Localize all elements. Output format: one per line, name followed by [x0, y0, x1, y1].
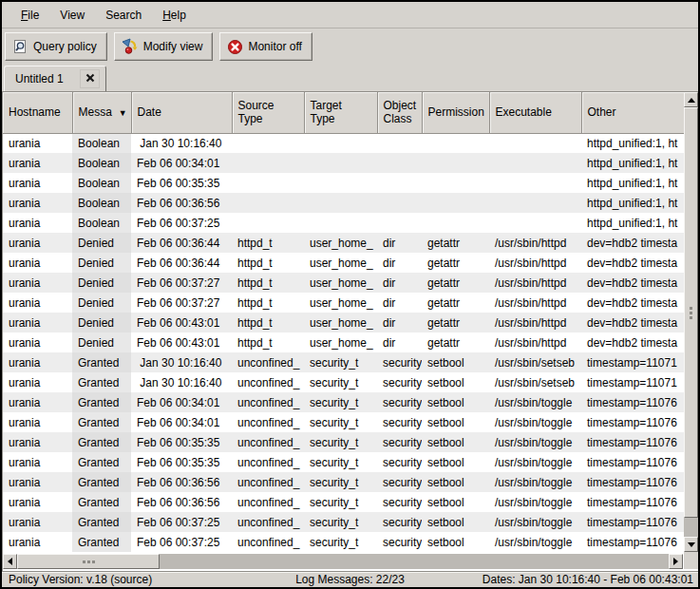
- column-header-object-class[interactable]: Object Class: [377, 92, 422, 133]
- table-cell: urania: [3, 173, 72, 193]
- table-cell: user_home_: [304, 253, 377, 273]
- toolbar: Query policy Modify view: [2, 29, 698, 64]
- column-header-executable[interactable]: Executable: [489, 92, 581, 133]
- table-cell: [232, 193, 304, 213]
- table-cell: Feb 06 00:36:44: [131, 233, 232, 253]
- table-cell: Granted: [72, 372, 131, 392]
- column-header-other[interactable]: Other: [581, 92, 684, 133]
- modify-view-button[interactable]: Modify view: [114, 32, 214, 61]
- table-cell: Denied: [72, 313, 131, 332]
- table-row[interactable]: uraniaGrantedFeb 06 00:34:01unconfined_s…: [3, 392, 684, 412]
- table-row[interactable]: uraniaDeniedFeb 06 00:36:44httpd_tuser_h…: [3, 233, 684, 253]
- table-row[interactable]: uraniaBooleanFeb 06 00:37:25httpd_unifie…: [3, 213, 684, 233]
- table-cell: /usr/sbin/toggle: [489, 532, 581, 552]
- table-cell: [377, 213, 422, 233]
- table-cell: httpd_unified:1, ht: [581, 153, 684, 173]
- scroll-up-button[interactable]: [684, 92, 698, 107]
- table-row[interactable]: uraniaBooleanFeb 06 00:36:56httpd_unifie…: [3, 193, 684, 213]
- table-cell: /usr/sbin/httpd: [489, 313, 581, 332]
- status-bar: Log Messages: 22/23 Policy Version: v.18…: [2, 571, 698, 587]
- table-cell: httpd_t: [232, 313, 304, 332]
- table-row[interactable]: uraniaGrantedFeb 06 00:36:56unconfined_s…: [3, 492, 684, 512]
- grip-icon: [690, 312, 692, 314]
- tab-untitled-1[interactable]: Untitled 1: [4, 66, 106, 91]
- table-row[interactable]: uraniaDeniedFeb 06 00:43:01httpd_tuser_h…: [3, 313, 684, 332]
- monitor-off-icon: [227, 39, 243, 55]
- table-cell: urania: [3, 372, 72, 392]
- tab-bar: Untitled 1: [2, 64, 698, 91]
- column-header-source-type[interactable]: Source Type: [232, 92, 304, 133]
- table-cell: httpd_unified:1, ht: [581, 213, 684, 233]
- table-cell: /usr/sbin/httpd: [489, 293, 581, 313]
- table-cell: urania: [3, 392, 72, 412]
- table-cell: Jan 30 10:16:40: [131, 133, 232, 153]
- table-cell: unconfined_: [232, 392, 304, 412]
- menu-view[interactable]: View: [50, 4, 96, 27]
- menu-file[interactable]: File: [11, 4, 50, 27]
- table-cell: httpd_unified:1, ht: [581, 193, 684, 213]
- table-cell: unconfined_: [232, 372, 304, 392]
- table-cell: security_t: [304, 472, 377, 492]
- scroll-left-button[interactable]: [3, 554, 17, 569]
- horizontal-scrollbar[interactable]: [3, 554, 683, 569]
- log-table: Hostname Messa▼ Date Source Type Target …: [3, 92, 685, 552]
- table-cell: unconfined_: [232, 492, 304, 512]
- scroll-down-button[interactable]: [684, 537, 698, 552]
- table-cell: [489, 133, 581, 153]
- vertical-scrollbar[interactable]: [684, 92, 698, 552]
- table-row[interactable]: uraniaDeniedFeb 06 00:43:01httpd_tuser_h…: [3, 332, 684, 352]
- table-row[interactable]: uraniaGranted Jan 30 10:16:40unconfined_…: [3, 372, 684, 392]
- menu-help-mnemonic: H: [162, 9, 171, 22]
- table-cell: urania: [3, 253, 72, 273]
- table-row[interactable]: uraniaGrantedFeb 06 00:36:56unconfined_s…: [3, 472, 684, 492]
- table-cell: Jan 30 10:16:40: [131, 352, 232, 372]
- table-row[interactable]: uraniaGrantedFeb 06 00:35:35unconfined_s…: [3, 432, 684, 452]
- table-row[interactable]: uraniaGranted Jan 30 10:16:40unconfined_…: [3, 352, 684, 372]
- table-cell: setbool: [422, 412, 489, 432]
- table-cell: /usr/sbin/toggle: [489, 512, 581, 532]
- table-row[interactable]: uraniaDeniedFeb 06 00:36:44httpd_tuser_h…: [3, 253, 684, 273]
- table-row[interactable]: uraniaBooleanFeb 06 00:34:01httpd_unifie…: [3, 153, 684, 173]
- vertical-scrollbar-thumb[interactable]: [684, 107, 698, 518]
- column-header-message[interactable]: Messa▼: [72, 92, 131, 133]
- table-cell: [232, 133, 304, 153]
- horizontal-scrollbar-thumb[interactable]: [17, 554, 160, 569]
- table-cell: urania: [3, 153, 72, 173]
- table-row[interactable]: uraniaDeniedFeb 06 00:37:27httpd_tuser_h…: [3, 293, 684, 313]
- column-header-target-type[interactable]: Target Type: [304, 92, 377, 133]
- table-cell: dev=hdb2 timesta: [581, 273, 684, 293]
- app-window: File View Search Help Query policy: [0, 0, 700, 589]
- table-cell: Boolean: [72, 153, 131, 173]
- menu-help[interactable]: Help: [153, 4, 198, 27]
- monitor-off-button[interactable]: Monitor off: [219, 32, 312, 61]
- table-cell: urania: [3, 472, 72, 492]
- table-cell: [377, 173, 422, 193]
- table-cell: security_t: [304, 532, 377, 552]
- table-row[interactable]: uraniaDeniedFeb 06 00:37:27httpd_tuser_h…: [3, 273, 684, 293]
- column-header-date[interactable]: Date: [131, 92, 232, 133]
- table-row[interactable]: uraniaGrantedFeb 06 00:37:25unconfined_s…: [3, 532, 684, 552]
- table-row[interactable]: uraniaGrantedFeb 06 00:37:25unconfined_s…: [3, 512, 684, 532]
- table-cell: [422, 193, 489, 213]
- table-row[interactable]: uraniaGrantedFeb 06 00:35:35unconfined_s…: [3, 452, 684, 472]
- table-cell: [489, 173, 581, 193]
- table-cell: urania: [3, 133, 72, 153]
- tab-close-button[interactable]: [80, 69, 100, 88]
- column-header-permission[interactable]: Permission: [422, 92, 489, 133]
- table-cell: dir: [377, 332, 422, 352]
- table-cell: Feb 06 00:43:01: [131, 313, 232, 332]
- column-header-hostname[interactable]: Hostname: [3, 92, 72, 133]
- table-cell: [304, 133, 377, 153]
- table-cell: urania: [3, 233, 72, 253]
- query-policy-button[interactable]: Query policy: [5, 32, 107, 61]
- table-cell: /usr/sbin/toggle: [489, 452, 581, 472]
- table-row[interactable]: uraniaBooleanFeb 06 00:35:35httpd_unifie…: [3, 173, 684, 193]
- scroll-right-button[interactable]: [669, 554, 683, 569]
- table-cell: urania: [3, 293, 72, 313]
- table-cell: Feb 06 00:35:35: [131, 173, 232, 193]
- table-cell: Boolean: [72, 173, 131, 193]
- table-row[interactable]: uraniaBoolean Jan 30 10:16:40httpd_unifi…: [3, 133, 684, 153]
- menu-search[interactable]: Search: [96, 4, 153, 27]
- table-cell: getattr: [422, 332, 489, 352]
- table-row[interactable]: uraniaGrantedFeb 06 00:34:01unconfined_s…: [3, 412, 684, 432]
